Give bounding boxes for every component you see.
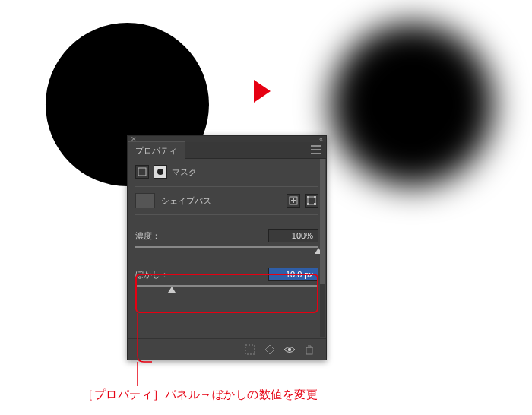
svg-rect-0 — [138, 168, 146, 176]
panel-title-tab[interactable]: プロパティ — [128, 141, 185, 160]
arrow-icon — [254, 80, 271, 103]
svg-rect-11 — [245, 345, 255, 354]
svg-rect-5 — [291, 200, 296, 201]
svg-rect-9 — [307, 203, 309, 205]
mask-mode-label: マスク — [172, 166, 197, 178]
panel-scrollbar[interactable] — [320, 159, 325, 337]
density-slider[interactable] — [135, 246, 318, 257]
annotation-caption: ［プロパティ］パネル→ぼかしの数値を変更 — [82, 388, 318, 402]
apply-mask-icon[interactable] — [264, 344, 276, 356]
panel-scrollbar-thumb[interactable] — [320, 159, 325, 284]
add-mask-icon[interactable] — [287, 194, 300, 208]
feather-slider[interactable] — [135, 285, 318, 296]
feather-row: ぼかし： 10.0 px — [135, 268, 318, 281]
select-mask-area-icon[interactable] — [244, 344, 256, 356]
panel-header: プロパティ — [128, 142, 326, 159]
toggle-visibility-icon[interactable] — [283, 344, 296, 356]
svg-rect-8 — [314, 196, 316, 198]
density-label: 濃度： — [135, 230, 160, 242]
svg-point-2 — [157, 169, 163, 175]
mask-bounds-icon[interactable] — [305, 194, 318, 208]
collapse-icon[interactable]: « — [319, 135, 323, 143]
pixel-mask-icon[interactable] — [154, 165, 167, 179]
feather-slider-handle[interactable] — [168, 287, 176, 293]
properties-panel: ✕ « プロパティ マスク シェイプパス — [127, 135, 327, 360]
example-circle-blurred — [331, 23, 494, 186]
vector-mask-icon[interactable] — [135, 165, 149, 179]
density-input[interactable]: 100% — [268, 229, 318, 242]
feather-input[interactable]: 10.0 px — [268, 268, 318, 281]
svg-rect-10 — [314, 203, 316, 205]
density-row: 濃度： 100% — [135, 229, 318, 242]
shape-swatch — [135, 193, 155, 208]
delete-icon[interactable] — [303, 344, 315, 356]
feather-label: ぼかし： — [135, 269, 169, 280]
panel-menu-icon[interactable] — [311, 145, 321, 156]
svg-rect-7 — [307, 196, 309, 198]
svg-rect-13 — [306, 347, 312, 354]
panel-footer — [128, 338, 326, 360]
shape-path-label: シェイプパス — [161, 195, 211, 207]
mask-mode-row: マスク — [135, 165, 318, 179]
panel-body: マスク シェイプパス 濃度： 100% ぼかし： 10.0 px — [128, 159, 326, 296]
shape-path-row: シェイプパス — [135, 186, 318, 215]
svg-point-12 — [288, 347, 291, 350]
